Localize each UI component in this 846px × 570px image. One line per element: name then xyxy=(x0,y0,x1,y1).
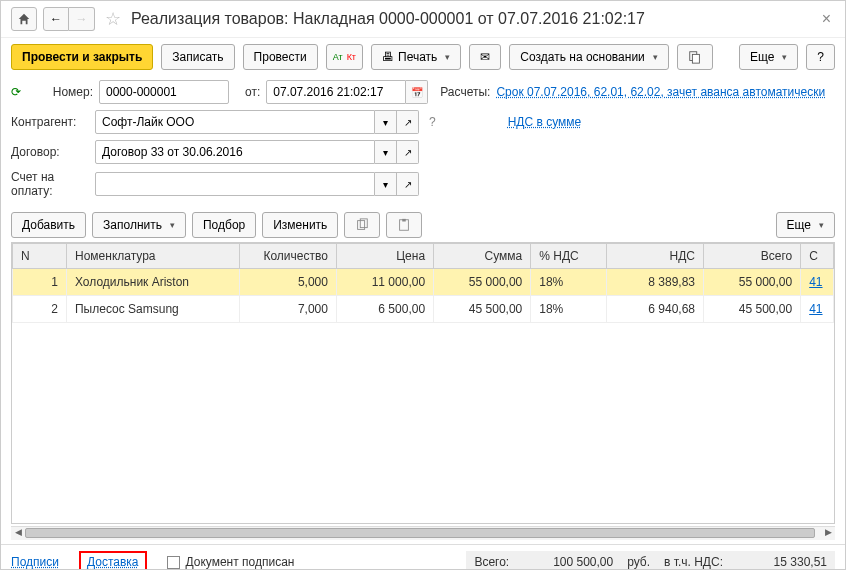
more-button[interactable]: Еще xyxy=(739,44,798,70)
col-n[interactable]: N xyxy=(13,244,67,269)
form-area: ⟳ Номер: от: 📅 Расчеты: Срок 07.07.2016,… xyxy=(1,76,845,208)
table-row[interactable]: 1 Холодильник Ariston 5,000 11 000,00 55… xyxy=(13,269,834,296)
refresh-icon[interactable]: ⟳ xyxy=(11,85,29,99)
copy-button[interactable] xyxy=(344,212,380,238)
col-last[interactable]: С xyxy=(801,244,834,269)
add-button[interactable]: Добавить xyxy=(11,212,86,238)
invoice-field[interactable] xyxy=(95,172,375,196)
table-toolbar: Добавить Заполнить Подбор Изменить Еще xyxy=(1,208,845,242)
calc-link[interactable]: Срок 07.07.2016, 62.01, 62.02, зачет ава… xyxy=(496,85,825,99)
open-icon[interactable]: ↗ xyxy=(397,172,419,196)
dropdown-icon[interactable]: ▾ xyxy=(375,110,397,134)
delivery-link[interactable]: Доставка xyxy=(87,555,139,569)
counterparty-field[interactable] xyxy=(95,110,375,134)
printer-icon: 🖶 xyxy=(382,50,394,64)
open-icon[interactable]: ↗ xyxy=(397,110,419,134)
col-sum[interactable]: Сумма xyxy=(434,244,531,269)
mail-icon: ✉ xyxy=(480,50,490,64)
help-icon[interactable]: ? xyxy=(429,115,436,129)
save-button[interactable]: Записать xyxy=(161,44,234,70)
main-toolbar: Провести и закрыть Записать Провести АтК… xyxy=(1,38,845,76)
svg-rect-1 xyxy=(692,54,699,63)
col-total[interactable]: Всего xyxy=(704,244,801,269)
mail-button[interactable]: ✉ xyxy=(469,44,501,70)
paste-button[interactable] xyxy=(386,212,422,238)
create-based-button[interactable]: Создать на основании xyxy=(509,44,669,70)
currency: руб. xyxy=(627,555,650,569)
vat-link[interactable]: НДС в сумме xyxy=(508,115,582,129)
window-header: ← → ☆ Реализация товаров: Накладная 0000… xyxy=(1,1,845,38)
totals-panel: Всего: 100 500,00 руб. в т.ч. НДС: 15 33… xyxy=(466,551,835,570)
favorite-icon[interactable]: ☆ xyxy=(105,8,121,30)
calendar-icon[interactable]: 📅 xyxy=(406,80,428,104)
footer-links: Подписи Доставка Документ подписан Всего… xyxy=(1,544,845,570)
close-icon[interactable]: × xyxy=(818,10,835,28)
from-label: от: xyxy=(245,85,260,99)
total-value: 100 500,00 xyxy=(523,555,613,569)
col-vat[interactable]: НДС xyxy=(606,244,703,269)
print-button[interactable]: 🖶Печать xyxy=(371,44,461,70)
table-header-row: N Номенклатура Количество Цена Сумма % Н… xyxy=(13,244,834,269)
dropdown-icon[interactable]: ▾ xyxy=(375,140,397,164)
number-label: Номер: xyxy=(35,85,93,99)
col-price[interactable]: Цена xyxy=(336,244,433,269)
window-title: Реализация товаров: Накладная 0000-00000… xyxy=(131,10,812,28)
doc-signed-checkbox[interactable]: Документ подписан xyxy=(167,555,295,569)
dt-kt-button[interactable]: АтКт xyxy=(326,44,363,70)
post-button[interactable]: Провести xyxy=(243,44,318,70)
table-row[interactable]: 2 Пылесос Samsung 7,000 6 500,00 45 500,… xyxy=(13,296,834,323)
horizontal-scrollbar[interactable]: ◀ ▶ xyxy=(11,526,835,540)
fill-button[interactable]: Заполнить xyxy=(92,212,186,238)
calc-label: Расчеты: xyxy=(440,85,490,99)
number-field[interactable] xyxy=(99,80,229,104)
dropdown-icon[interactable]: ▾ xyxy=(375,172,397,196)
vat-incl-value: 15 330,51 xyxy=(737,555,827,569)
vat-incl-label: в т.ч. НДС: xyxy=(664,555,723,569)
files-button[interactable] xyxy=(677,44,713,70)
contract-label: Договор: xyxy=(11,145,89,159)
counterparty-label: Контрагент: xyxy=(11,115,89,129)
contract-field[interactable] xyxy=(95,140,375,164)
col-nomen[interactable]: Номенклатура xyxy=(66,244,239,269)
total-label: Всего: xyxy=(474,555,509,569)
help-button[interactable]: ? xyxy=(806,44,835,70)
col-qty[interactable]: Количество xyxy=(239,244,336,269)
date-field[interactable] xyxy=(266,80,406,104)
svg-rect-5 xyxy=(403,219,407,222)
home-button[interactable] xyxy=(11,7,37,31)
forward-button[interactable]: → xyxy=(69,7,95,31)
items-table: N Номенклатура Количество Цена Сумма % Н… xyxy=(11,242,835,524)
post-close-button[interactable]: Провести и закрыть xyxy=(11,44,153,70)
change-button[interactable]: Изменить xyxy=(262,212,338,238)
table-more-button[interactable]: Еще xyxy=(776,212,835,238)
invoice-label: Счет на оплату: xyxy=(11,170,89,198)
signatures-link[interactable]: Подписи xyxy=(11,555,59,569)
back-button[interactable]: ← xyxy=(43,7,69,31)
open-icon[interactable]: ↗ xyxy=(397,140,419,164)
col-vat-pct[interactable]: % НДС xyxy=(531,244,607,269)
select-button[interactable]: Подбор xyxy=(192,212,256,238)
